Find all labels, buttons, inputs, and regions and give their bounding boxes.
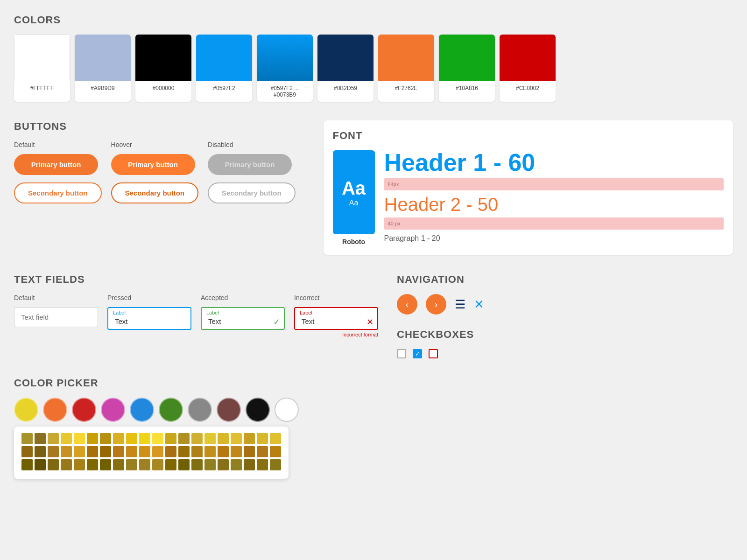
tf-default-input[interactable] bbox=[14, 307, 98, 327]
cp-palette-color[interactable] bbox=[152, 459, 163, 470]
cp-palette-color[interactable] bbox=[191, 459, 203, 470]
font-aa-box: Aa Aa bbox=[333, 150, 375, 234]
cp-palette-color[interactable] bbox=[113, 433, 124, 444]
cp-palette-color[interactable] bbox=[257, 446, 268, 457]
cp-palette-color[interactable] bbox=[165, 433, 176, 444]
cp-palette-color[interactable] bbox=[48, 459, 59, 470]
btn-state-hover: Hoover Primary button Secondary button bbox=[111, 141, 199, 203]
cp-palette-color[interactable] bbox=[218, 459, 229, 470]
cp-palette-color[interactable] bbox=[204, 446, 216, 457]
cp-palette-color[interactable] bbox=[218, 433, 229, 444]
checkbox-error[interactable] bbox=[429, 349, 438, 358]
cp-palette-color[interactable] bbox=[139, 446, 150, 457]
cp-palette-color[interactable] bbox=[152, 446, 163, 457]
cp-palette-color[interactable] bbox=[21, 446, 33, 457]
cp-palette-color[interactable] bbox=[100, 459, 111, 470]
cp-palette-color[interactable] bbox=[165, 459, 176, 470]
cp-palette-color[interactable] bbox=[204, 459, 216, 470]
cp-palette-color[interactable] bbox=[270, 446, 281, 457]
cp-palette-color[interactable] bbox=[74, 459, 85, 470]
cp-palette-color[interactable] bbox=[270, 433, 281, 444]
cp-color-circle[interactable] bbox=[275, 398, 299, 422]
cp-palette-color[interactable] bbox=[35, 433, 46, 444]
cp-palette-color[interactable] bbox=[74, 446, 85, 457]
close-nav-icon[interactable]: ✕ bbox=[474, 297, 484, 312]
navigation-section: NAVIGATION ‹ › ☰ ✕ bbox=[397, 273, 733, 315]
cp-palette-color[interactable] bbox=[48, 433, 59, 444]
cp-color-circle[interactable] bbox=[43, 398, 67, 422]
cp-color-circle[interactable] bbox=[72, 398, 96, 422]
cp-palette-color[interactable] bbox=[100, 433, 111, 444]
cp-color-circle[interactable] bbox=[101, 398, 125, 422]
cp-palette-color[interactable] bbox=[139, 459, 150, 470]
cp-palette-color[interactable] bbox=[191, 433, 203, 444]
cp-palette-color[interactable] bbox=[113, 446, 124, 457]
cp-palette-color[interactable] bbox=[244, 433, 255, 444]
secondary-button-hover[interactable]: Secondary button bbox=[111, 182, 199, 203]
cp-palette-color[interactable] bbox=[191, 446, 203, 457]
cp-palette-color[interactable] bbox=[126, 433, 137, 444]
cp-palette-color[interactable] bbox=[257, 433, 268, 444]
cp-palette-color[interactable] bbox=[87, 433, 98, 444]
cp-palette-color[interactable] bbox=[48, 446, 59, 457]
cp-palette-color[interactable] bbox=[35, 446, 46, 457]
cp-palette-color[interactable] bbox=[178, 433, 190, 444]
cp-palette-color[interactable] bbox=[21, 459, 33, 470]
cp-palette-color[interactable] bbox=[87, 446, 98, 457]
hamburger-icon[interactable]: ☰ bbox=[455, 297, 465, 312]
checkbox-unchecked[interactable] bbox=[397, 349, 406, 358]
navigation-title: NAVIGATION bbox=[397, 273, 733, 286]
tf-pressed-wrapper: Label bbox=[107, 307, 191, 330]
tf-states-row: Default Pressed Label Accepted Label ✓ bbox=[14, 294, 378, 337]
cp-palette-color[interactable] bbox=[204, 433, 216, 444]
font-aa-small: Aa bbox=[349, 199, 359, 207]
cp-palette-color[interactable] bbox=[218, 446, 229, 457]
checkboxes-title: CHECKBOXES bbox=[397, 329, 733, 341]
cp-palette-color[interactable] bbox=[178, 446, 190, 457]
cp-palette-color[interactable] bbox=[231, 433, 242, 444]
cp-palette-color[interactable] bbox=[152, 433, 163, 444]
cp-palette-color[interactable] bbox=[139, 433, 150, 444]
cp-palette-color[interactable] bbox=[178, 459, 190, 470]
cp-palette-color[interactable] bbox=[87, 459, 98, 470]
tf-col-default: Default bbox=[14, 294, 98, 337]
cp-palette-color[interactable] bbox=[61, 446, 72, 457]
cp-palette-color[interactable] bbox=[100, 446, 111, 457]
primary-button-hover[interactable]: Primary button bbox=[111, 154, 195, 175]
cp-palette-color[interactable] bbox=[244, 446, 255, 457]
cp-palette-color[interactable] bbox=[231, 459, 242, 470]
text-fields-section: TEXT FIELDS Default Pressed Label Accept… bbox=[14, 273, 378, 358]
cp-palette-color[interactable] bbox=[165, 446, 176, 457]
tf-accepted-wrapper: Label ✓ bbox=[201, 307, 285, 330]
cp-palette-color[interactable] bbox=[231, 446, 242, 457]
cp-palette-color[interactable] bbox=[244, 459, 255, 470]
cp-color-circle[interactable] bbox=[130, 398, 154, 422]
cp-color-circle[interactable] bbox=[159, 398, 183, 422]
tf-state-incorrect-label: Incorrect bbox=[294, 294, 378, 301]
tf-error-message: Incorrect format bbox=[294, 332, 378, 337]
cp-color-circle[interactable] bbox=[188, 398, 212, 422]
checkboxes-section: CHECKBOXES ✓ bbox=[397, 329, 733, 358]
cp-color-circle[interactable] bbox=[217, 398, 241, 422]
cp-palette-color[interactable] bbox=[61, 459, 72, 470]
cp-palette-row bbox=[21, 459, 281, 470]
cp-palette-color[interactable] bbox=[270, 459, 281, 470]
cp-palette-color[interactable] bbox=[113, 459, 124, 470]
font-section: FONT Aa Aa Roboto Header 1 - 60 64px Hea… bbox=[324, 120, 733, 255]
cp-color-circle[interactable] bbox=[14, 398, 38, 422]
cp-palette-color[interactable] bbox=[74, 433, 85, 444]
nav-forward-button[interactable]: › bbox=[426, 294, 446, 315]
cp-color-circle[interactable] bbox=[246, 398, 270, 422]
checkbox-checked[interactable]: ✓ bbox=[413, 349, 422, 358]
cp-palette-color[interactable] bbox=[61, 433, 72, 444]
cp-palette-color[interactable] bbox=[126, 446, 137, 457]
cp-palette-color[interactable] bbox=[126, 459, 137, 470]
color-label: #FFFFFF bbox=[14, 81, 70, 95]
nav-back-button[interactable]: ‹ bbox=[397, 294, 417, 315]
secondary-button-default[interactable]: Secondary button bbox=[14, 182, 102, 203]
cp-palette-color[interactable] bbox=[257, 459, 268, 470]
color-label: #0597F2 bbox=[196, 81, 252, 95]
cp-palette-color[interactable] bbox=[21, 433, 33, 444]
primary-button-default[interactable]: Primary button bbox=[14, 154, 98, 175]
cp-palette-color[interactable] bbox=[35, 459, 46, 470]
